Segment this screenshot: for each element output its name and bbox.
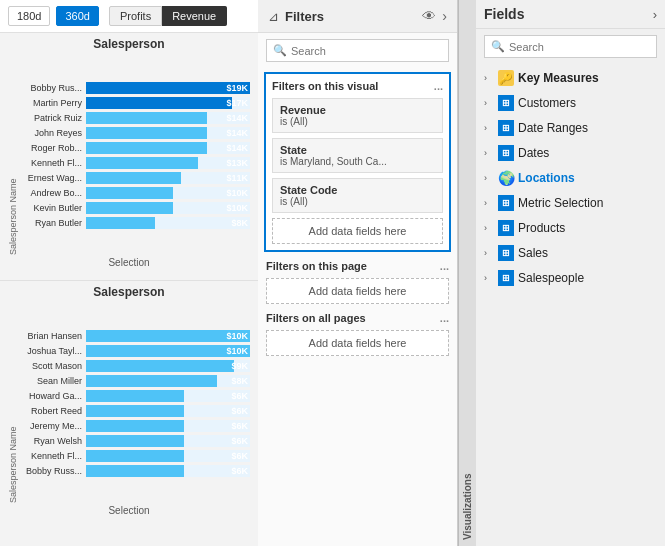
bar-row: Kevin Butler$10K bbox=[20, 202, 250, 214]
fields-header: Fields › bbox=[476, 0, 665, 29]
field-group-header[interactable]: ›🔑Key Measures bbox=[476, 66, 665, 90]
bar-track: $14K bbox=[86, 127, 250, 139]
salespeople-icon: ⊞ bbox=[498, 270, 514, 286]
field-group-header[interactable]: ›⊞Metric Selection bbox=[476, 191, 665, 215]
bar-track: $9K bbox=[86, 360, 250, 372]
bar-label: Ryan Butler bbox=[20, 218, 82, 228]
bar-row: Patrick Ruiz$14K bbox=[20, 112, 250, 124]
chevron-icon: › bbox=[484, 248, 494, 258]
chart2-title: Salesperson bbox=[8, 285, 250, 299]
bar-fill: $14K bbox=[86, 142, 207, 154]
bar-fill: $6K bbox=[86, 450, 184, 462]
bar-track: $6K bbox=[86, 390, 250, 402]
bar-track: $10K bbox=[86, 202, 250, 214]
allpages-filter-more[interactable]: ... bbox=[440, 312, 449, 324]
chart1-bars: Bobby Rus...$19KMartin Perry$17KPatrick … bbox=[20, 55, 250, 255]
filter-revenue-name: Revenue bbox=[280, 104, 435, 116]
profits-toggle[interactable]: Profits bbox=[109, 6, 162, 26]
fields-collapse-icon[interactable]: › bbox=[653, 7, 657, 22]
bar-track: $14K bbox=[86, 112, 250, 124]
locations-icon: 🌍 bbox=[498, 170, 514, 186]
field-group-item[interactable]: ›⊞Products bbox=[476, 216, 665, 240]
field-group-item[interactable]: ›🔑Key Measures bbox=[476, 66, 665, 90]
field-group-item[interactable]: ›⊞Dates bbox=[476, 141, 665, 165]
page-filter-more[interactable]: ... bbox=[440, 260, 449, 272]
metric-selection-icon: ⊞ bbox=[498, 195, 514, 211]
field-group-item[interactable]: ›⊞Salespeople bbox=[476, 266, 665, 290]
field-group-item[interactable]: ›⊞Metric Selection bbox=[476, 191, 665, 215]
filter-state-value: is Maryland, South Ca... bbox=[280, 156, 435, 167]
fields-search-input[interactable] bbox=[509, 41, 650, 53]
bar-row: Scott Mason$9K bbox=[20, 360, 250, 372]
chevron-icon: › bbox=[484, 223, 494, 233]
visual-filter-more[interactable]: ... bbox=[434, 80, 443, 92]
filters-search-input[interactable] bbox=[291, 45, 442, 57]
field-group-header[interactable]: ›⊞Sales bbox=[476, 241, 665, 265]
bar-track: $6K bbox=[86, 420, 250, 432]
field-group-header[interactable]: ›⊞Products bbox=[476, 216, 665, 240]
filter-funnel-icon: ⊿ bbox=[268, 9, 279, 24]
bar-value: $6K bbox=[231, 451, 248, 461]
chevron-icon: › bbox=[484, 123, 494, 133]
filters-panel: ⊿ Filters 👁 › 🔍 Filters on this visual .… bbox=[258, 0, 458, 546]
bar-fill: $11K bbox=[86, 172, 181, 184]
allpages-add-fields-button[interactable]: Add data fields here bbox=[266, 330, 449, 356]
bar-fill: $10K bbox=[86, 345, 250, 357]
bar-fill: $13K bbox=[86, 157, 198, 169]
bar-value: $8K bbox=[231, 218, 248, 228]
page-filter-title: Filters on this page bbox=[266, 260, 367, 272]
fields-title: Fields bbox=[484, 6, 653, 22]
bar-value: $6K bbox=[231, 436, 248, 446]
field-group-header[interactable]: ›⊞Date Ranges bbox=[476, 116, 665, 140]
filters-arrow-icon[interactable]: › bbox=[442, 8, 447, 24]
filter-item-state[interactable]: State is Maryland, South Ca... bbox=[272, 138, 443, 173]
field-group-item[interactable]: ›⊞Sales bbox=[476, 241, 665, 265]
chart2-y-axis: Salesperson Name bbox=[8, 303, 18, 503]
chevron-icon: › bbox=[484, 98, 494, 108]
bar-track: $17K bbox=[86, 97, 250, 109]
field-group-name: Locations bbox=[518, 171, 575, 185]
time-180d-button[interactable]: 180d bbox=[8, 6, 50, 26]
filters-header: ⊿ Filters 👁 › bbox=[258, 0, 457, 33]
bar-track: $8K bbox=[86, 375, 250, 387]
bar-label: Ryan Welsh bbox=[20, 436, 82, 446]
bar-value: $6K bbox=[231, 466, 248, 476]
visual-add-fields-button[interactable]: Add data fields here bbox=[272, 218, 443, 244]
time-360d-button[interactable]: 360d bbox=[56, 6, 98, 26]
bar-label: Roger Rob... bbox=[20, 143, 82, 153]
bar-row: Kenneth Fl...$6K bbox=[20, 450, 250, 462]
field-group-header[interactable]: ›🌍Locations bbox=[476, 166, 665, 190]
field-group-item[interactable]: ›🌍Locations bbox=[476, 166, 665, 190]
app-container: 180d 360d Profits Revenue Salesperson Sa… bbox=[0, 0, 665, 546]
field-group-name: Metric Selection bbox=[518, 196, 603, 210]
filter-item-statecode[interactable]: State Code is (All) bbox=[272, 178, 443, 213]
bar-value: $10K bbox=[226, 346, 248, 356]
field-group-header[interactable]: ›⊞Salespeople bbox=[476, 266, 665, 290]
bar-row: Roger Rob...$14K bbox=[20, 142, 250, 154]
bar-fill: $14K bbox=[86, 127, 207, 139]
bar-fill: $10K bbox=[86, 187, 173, 199]
revenue-toggle[interactable]: Revenue bbox=[162, 6, 227, 26]
bar-fill: $17K bbox=[86, 97, 232, 109]
bar-row: Kenneth Fl...$13K bbox=[20, 157, 250, 169]
field-group-item[interactable]: ›⊞Customers bbox=[476, 91, 665, 115]
dates-icon: ⊞ bbox=[498, 145, 514, 161]
bar-label: Howard Ga... bbox=[20, 391, 82, 401]
bar-label: Kevin Butler bbox=[20, 203, 82, 213]
field-group-header[interactable]: ›⊞Dates bbox=[476, 141, 665, 165]
visualizations-tab[interactable]: Visualizations bbox=[458, 0, 476, 546]
filter-item-revenue[interactable]: Revenue is (All) bbox=[272, 98, 443, 133]
page-add-fields-button[interactable]: Add data fields here bbox=[266, 278, 449, 304]
field-group-item[interactable]: ›⊞Date Ranges bbox=[476, 116, 665, 140]
fields-content: Fields › 🔍 ›🔑Key Measures›⊞Customers›⊞Da… bbox=[476, 0, 665, 546]
field-group-header[interactable]: ›⊞Customers bbox=[476, 91, 665, 115]
bar-value: $13K bbox=[226, 158, 248, 168]
bar-fill: $10K bbox=[86, 202, 173, 214]
chart1-selection: Selection bbox=[8, 257, 250, 268]
bar-row: Andrew Bo...$10K bbox=[20, 187, 250, 199]
field-group-name: Key Measures bbox=[518, 71, 599, 85]
chevron-icon: › bbox=[484, 148, 494, 158]
filters-eye-icon[interactable]: 👁 bbox=[422, 8, 436, 24]
bar-track: $13K bbox=[86, 157, 250, 169]
bar-track: $6K bbox=[86, 405, 250, 417]
